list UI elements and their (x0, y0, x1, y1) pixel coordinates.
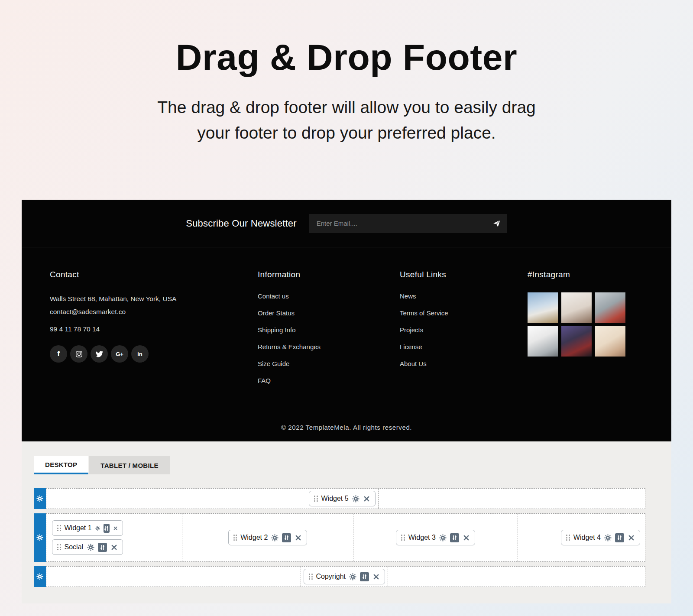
widget-label: Copyright (316, 573, 346, 580)
widget-chip-copyright[interactable]: Copyright (304, 569, 385, 584)
instagram-photo[interactable] (561, 292, 592, 323)
gear-icon (36, 495, 43, 502)
link-news[interactable]: News (400, 292, 528, 300)
close-icon[interactable] (463, 534, 470, 541)
row-settings-button[interactable] (34, 513, 46, 562)
tab-tablet-mobile[interactable]: TABLET / MOBILE (89, 456, 169, 474)
linkedin-glyph: in (137, 351, 142, 357)
builder-row-3: Copyright (34, 566, 645, 587)
instagram-photo[interactable] (561, 326, 592, 357)
twitter-glyph (96, 350, 103, 358)
gear-icon[interactable] (439, 534, 447, 541)
row-settings-button[interactable] (34, 488, 46, 509)
linkedin-icon[interactable]: in (131, 345, 149, 363)
gear-icon[interactable] (271, 534, 278, 541)
page-subtitle: The drag & drop footer will allow you to… (0, 95, 693, 146)
drag-handle-icon[interactable] (314, 496, 318, 502)
contact-email: contact@sadesmarket.co (50, 305, 258, 318)
link-terms-of-service[interactable]: Terms of Service (400, 309, 528, 317)
link-license[interactable]: License (400, 343, 528, 350)
hero-section: Drag & Drop Footer The drag & drop foote… (0, 0, 693, 200)
empty-cell[interactable] (46, 489, 306, 509)
page: Drag & Drop Footer The drag & drop foote… (0, 0, 693, 616)
widget-chip-social[interactable]: Social (52, 539, 123, 555)
instagram-grid (528, 292, 643, 357)
close-icon[interactable] (295, 534, 302, 541)
row-settings-button[interactable] (34, 566, 46, 587)
tab-desktop[interactable]: DESKTOP (34, 456, 88, 474)
builder-tabs: DESKTOP TABLET / MOBILE (34, 456, 671, 474)
close-icon[interactable] (372, 573, 380, 580)
gear-icon[interactable] (349, 573, 356, 580)
facebook-glyph: f (57, 350, 60, 358)
gear-icon[interactable] (352, 495, 359, 503)
widget-cell[interactable]: Copyright (301, 567, 388, 587)
contact-address: Walls Street 68, Mahattan, New York, USA (50, 292, 258, 305)
widget-chip-widget4[interactable]: Widget 4 (561, 530, 640, 545)
instagram-photo[interactable] (595, 326, 625, 357)
sliders-icon[interactable] (104, 524, 110, 533)
close-icon[interactable] (363, 495, 370, 503)
sliders-icon[interactable] (282, 533, 291, 542)
email-input[interactable] (309, 214, 507, 233)
google-plus-icon[interactable]: G+ (111, 345, 128, 363)
widget-cell[interactable]: Widget 2 (182, 514, 353, 561)
useful-links-column: Useful Links News Terms of Service Proje… (400, 270, 528, 394)
close-icon[interactable] (110, 544, 118, 551)
instagram-photo[interactable] (528, 326, 558, 357)
sliders-icon[interactable] (98, 543, 107, 552)
widget-chip-widget3[interactable]: Widget 3 (396, 530, 475, 545)
gear-icon[interactable] (87, 544, 94, 551)
drag-handle-icon[interactable] (566, 535, 570, 541)
instagram-photo[interactable] (528, 292, 558, 323)
twitter-icon[interactable] (91, 345, 108, 363)
sliders-icon[interactable] (450, 533, 459, 542)
send-button[interactable] (491, 217, 503, 230)
widget-cell[interactable]: Widget 5 (306, 489, 379, 509)
sliders-icon[interactable] (360, 572, 369, 581)
drag-handle-icon[interactable] (309, 574, 313, 580)
gear-icon[interactable] (95, 525, 100, 532)
footer-preview: Subscribe Our Newsletter Contact Walls S… (22, 200, 671, 441)
facebook-icon[interactable]: f (50, 345, 67, 363)
empty-cell[interactable] (46, 567, 301, 587)
newsletter-bar: Subscribe Our Newsletter (22, 200, 671, 247)
drag-handle-icon[interactable] (57, 525, 61, 531)
empty-cell[interactable] (379, 489, 645, 509)
close-icon[interactable] (113, 525, 118, 532)
widget-cell[interactable]: Widget 1 Social (46, 514, 182, 561)
instagram-icon[interactable] (70, 345, 87, 363)
link-about-us[interactable]: About Us (400, 360, 528, 367)
widget-chip-widget1[interactable]: Widget 1 (52, 520, 123, 536)
information-heading: Information (258, 270, 400, 279)
subtitle-line-2: your footer to drop your preferred place… (0, 120, 693, 146)
social-icons: f G+ in (50, 345, 258, 363)
widget-cell[interactable]: Widget 3 (353, 514, 518, 561)
gear-icon[interactable] (604, 534, 612, 541)
subtitle-line-1: The drag & drop footer will allow you to… (0, 95, 693, 120)
close-icon[interactable] (628, 534, 635, 541)
link-shipping-info[interactable]: Shipping Info (258, 326, 400, 334)
link-faq[interactable]: FAQ (258, 377, 400, 384)
link-order-status[interactable]: Order Status (258, 309, 400, 317)
sliders-glyph (452, 535, 457, 541)
link-contact-us[interactable]: Contact us (258, 292, 400, 300)
empty-cell[interactable] (388, 567, 645, 587)
link-size-guide[interactable]: Size Guide (258, 360, 400, 367)
sliders-icon[interactable] (615, 533, 624, 542)
instagram-heading: #Instagram (528, 270, 643, 279)
widget-chip-widget2[interactable]: Widget 2 (228, 530, 308, 545)
sliders-glyph (284, 535, 289, 541)
builder-rows: Widget 5 Widg (34, 488, 645, 587)
widget-label: Social (65, 543, 84, 551)
link-projects[interactable]: Projects (400, 326, 528, 334)
widget-label: Widget 1 (65, 524, 92, 532)
page-title: Drag & Drop Footer (0, 36, 693, 78)
drag-handle-icon[interactable] (401, 535, 405, 541)
widget-cell[interactable]: Widget 4 (518, 514, 645, 561)
drag-handle-icon[interactable] (57, 544, 61, 550)
widget-chip-widget5[interactable]: Widget 5 (309, 491, 376, 506)
instagram-photo[interactable] (595, 292, 625, 323)
drag-handle-icon[interactable] (233, 535, 237, 541)
link-returns-exchanges[interactable]: Returns & Exchanges (258, 343, 400, 350)
